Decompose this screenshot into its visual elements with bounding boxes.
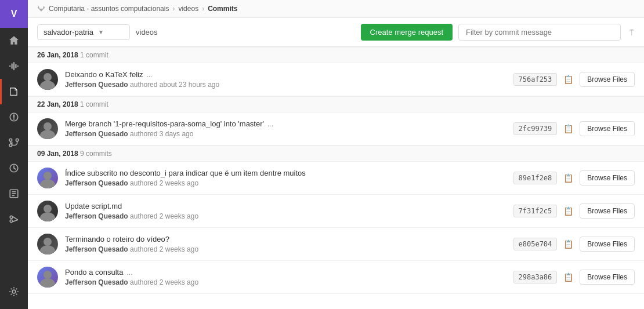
filter-commits-input[interactable] [458,24,621,41]
commit-avatar [37,201,58,221]
commit-info: Merge branch '1-pre-requisitos-para-soma… [65,119,506,138]
commit-info: Update script.md Jefferson Quesado autho… [65,202,506,220]
copy-hash-icon[interactable]: 📋 [562,238,575,250]
svg-point-24 [44,122,52,130]
main-content: Computaria - assuntos computacionais › v… [28,0,644,309]
sidebar-item-activity[interactable] [0,53,28,79]
commit-info: Índice subscrito no desconto_i para indi… [65,169,506,187]
commit-message-link[interactable]: Pondo a consulta [65,268,123,277]
commit-row: Deixando o KaTeX feliz ... Jefferson Que… [28,63,644,96]
sidebar-item-home[interactable] [0,28,28,53]
sidebar-item-scissors[interactable] [0,206,28,232]
avatar-inner [37,168,58,188]
breadcrumb-current: Commits [208,5,237,13]
commit-meta: Jefferson Quesado authored 2 weeks ago [65,245,506,253]
svg-rect-2 [13,62,15,70]
commit-meta: Jefferson Quesado authored about 23 hour… [65,81,506,89]
issues-icon [9,112,19,122]
commit-message-link[interactable]: Update script.md [65,202,122,210]
commit-ellipsis[interactable]: ... [267,120,273,128]
commit-meta: Jefferson Quesado authored 2 weeks ago [65,278,506,286]
avatar-inner [37,201,58,221]
copy-hash-icon[interactable]: 📋 [562,205,575,217]
commit-hash[interactable]: 756af253 [513,73,558,86]
svg-point-23 [40,81,55,90]
group-count: 1 commit [80,100,108,108]
sidebar: V [0,0,28,309]
repository-icon [9,86,19,97]
avatar-inner [37,234,58,255]
commit-row: Merge branch '1-pre-requisitos-para-soma… [28,112,644,146]
breadcrumb-link-repo[interactable]: videos [178,5,198,13]
breadcrumb-link-org[interactable]: Computaria - assuntos computacionais [49,5,169,13]
svg-point-33 [40,278,55,288]
user-avatar[interactable]: V [0,0,28,28]
commit-avatar [37,234,58,255]
browse-files-button[interactable]: Browse Files [580,270,635,285]
avatar-image-icon [37,234,58,255]
commit-ellipsis[interactable]: ... [146,71,152,79]
commit-message-link[interactable]: Merge branch '1-pre-requisitos-para-soma… [65,119,264,128]
avatar-inner [37,267,58,288]
sidebar-item-repository[interactable] [0,79,28,104]
group-date: 22 Jan, 2018 [37,100,78,108]
commit-hash[interactable]: 2fc99739 [513,122,558,135]
browse-files-button[interactable]: Browse Files [580,72,635,87]
svg-point-8 [9,139,12,141]
avatar-image-icon [37,267,58,288]
browse-files-button[interactable]: Browse Files [580,170,635,186]
commit-message: Update script.md [65,202,506,210]
browse-files-button[interactable]: Browse Files [580,237,635,252]
svg-rect-3 [15,64,16,68]
svg-point-31 [40,245,55,255]
copy-hash-icon[interactable]: 📋 [562,122,575,135]
copy-hash-icon[interactable]: 📋 [562,73,575,86]
sidebar-item-history[interactable] [0,155,28,181]
commit-hash[interactable]: 89e1f2e8 [513,172,558,184]
browse-files-button[interactable]: Browse Files [580,203,635,219]
svg-point-32 [44,271,52,279]
commit-avatar [37,267,58,288]
svg-point-17 [10,216,13,219]
commit-hash[interactable]: 7f31f2c5 [513,205,558,217]
browse-files-button[interactable]: Browse Files [580,121,635,136]
copy-hash-icon[interactable]: 📋 [562,271,575,283]
svg-point-30 [44,238,52,246]
sidebar-item-settings[interactable] [0,279,28,304]
scissors-icon [9,214,19,224]
commit-message-link[interactable]: Índice subscrito no desconto_i para indi… [65,169,306,177]
breadcrumb-sep-2: › [202,5,204,13]
svg-rect-0 [9,66,10,67]
commit-hash[interactable]: 298a3a86 [513,271,558,283]
copy-hash-icon[interactable]: 📋 [562,172,575,184]
svg-rect-6 [13,115,15,118]
sidebar-item-snippets[interactable] [0,181,28,206]
commit-message: Deixando o KaTeX feliz ... [65,70,506,79]
commit-actions: e805e704 📋 Browse Files [513,237,635,252]
commit-ellipsis[interactable]: ... [126,268,132,277]
commit-hash[interactable]: e805e704 [513,238,558,250]
settings-icon [9,286,19,297]
svg-point-21 [12,290,16,293]
commit-message: Índice subscrito no desconto_i para indi… [65,169,506,177]
rss-icon[interactable]: ⍑ [629,27,635,38]
activity-icon [9,61,19,71]
branch-name: salvador-patria [44,28,93,37]
commit-author: Jefferson Quesado [65,81,128,89]
sidebar-item-merge-requests[interactable] [0,130,28,155]
svg-point-22 [44,73,52,81]
commit-meta: Jefferson Quesado authored 2 weeks ago [65,212,506,220]
commit-actions: 2fc99739 📋 Browse Files [513,121,635,136]
sidebar-item-issues[interactable] [0,104,28,130]
commit-actions: 756af253 📋 Browse Files [513,72,635,87]
svg-line-20 [13,220,18,221]
commit-message-link[interactable]: Terminando o roteiro do vídeo? [65,235,169,243]
svg-point-18 [10,220,13,223]
commit-message-link[interactable]: Deixando o KaTeX feliz [65,70,143,79]
commits-list: 26 Jan, 2018 1 commit Deixando o KaTeX f… [28,47,644,309]
avatar-inner [37,118,58,139]
commit-author: Jefferson Quesado [65,130,128,138]
branch-selector[interactable]: salvador-patria ▼ [37,24,130,40]
create-merge-request-button[interactable]: Create merge request [361,24,453,41]
avatar-image-icon [37,69,58,90]
